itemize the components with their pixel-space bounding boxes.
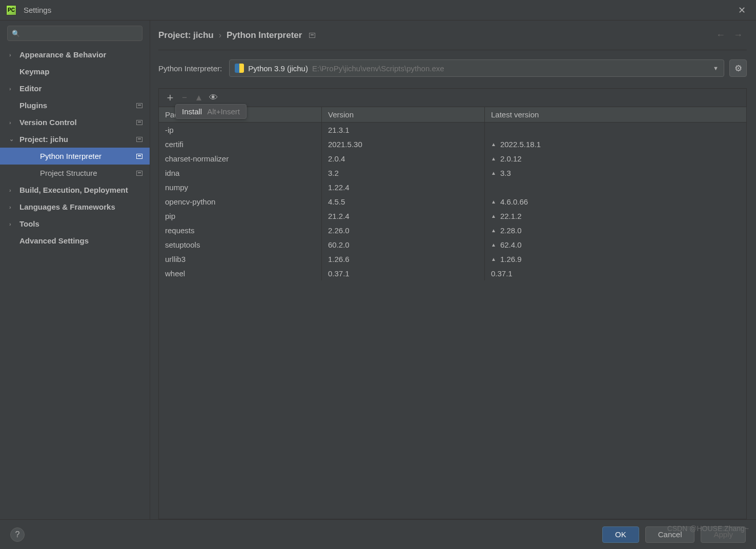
python-icon bbox=[235, 64, 244, 73]
table-row[interactable]: pip21.2.4▲22.1.2 bbox=[159, 209, 746, 223]
sidebar-item-label: Advanced Settings bbox=[19, 236, 142, 245]
latest-version-text: 2022.5.18.1 bbox=[500, 140, 541, 149]
chevron-icon: › bbox=[9, 204, 16, 210]
project-settings-icon bbox=[136, 137, 142, 142]
table-row[interactable]: requests2.26.0▲2.28.0 bbox=[159, 223, 746, 237]
upgrade-available-icon: ▲ bbox=[491, 256, 496, 262]
search-icon: 🔍 bbox=[12, 30, 20, 37]
breadcrumb-page: Python Interpreter bbox=[227, 30, 302, 40]
gear-icon[interactable]: ⚙ bbox=[729, 59, 747, 77]
cell-version: 2.0.4 bbox=[322, 151, 485, 166]
interpreter-select[interactable]: Python 3.9 (jichu) E:\ProPy\jichu\venv\S… bbox=[229, 59, 724, 77]
cell-package: urllib3 bbox=[159, 252, 322, 266]
apply-button[interactable]: Apply bbox=[701, 526, 746, 543]
table-row[interactable]: idna3.2▲3.3 bbox=[159, 166, 746, 180]
table-row[interactable]: numpy1.22.4 bbox=[159, 180, 746, 194]
table-row[interactable]: setuptools60.2.0▲62.4.0 bbox=[159, 237, 746, 252]
sidebar-item-label: Project: jichu bbox=[19, 135, 136, 144]
sidebar-item-languages-frameworks[interactable]: ›Languages & Frameworks bbox=[0, 198, 150, 215]
close-icon[interactable]: ✕ bbox=[734, 3, 750, 18]
cell-package: pip bbox=[159, 209, 322, 223]
sidebar-item-plugins[interactable]: ›Plugins bbox=[0, 97, 150, 114]
cell-package: -ip bbox=[159, 123, 322, 137]
interpreter-path: E:\ProPy\jichu\venv\Scripts\python.exe bbox=[312, 64, 713, 73]
packages-panel: + − ▲ 👁 Install Alt+Insert Package Versi… bbox=[158, 88, 747, 519]
cell-version: 2021.5.30 bbox=[322, 137, 485, 151]
cell-package: numpy bbox=[159, 180, 322, 194]
upgrade-available-icon: ▲ bbox=[491, 242, 496, 248]
project-settings-icon bbox=[136, 120, 142, 125]
table-row[interactable]: certifi2021.5.30▲2022.5.18.1 bbox=[159, 137, 746, 151]
latest-version-text: 4.6.0.66 bbox=[500, 197, 528, 206]
sidebar-item-editor[interactable]: ›Editor bbox=[0, 80, 150, 97]
show-early-releases-button[interactable]: 👁 bbox=[206, 91, 220, 105]
packages-toolbar: + − ▲ 👁 Install Alt+Insert bbox=[159, 89, 746, 107]
nav-forward-icon[interactable]: → bbox=[729, 30, 747, 40]
table-row[interactable]: -ip21.3.1 bbox=[159, 123, 746, 137]
cancel-button[interactable]: Cancel bbox=[645, 526, 695, 543]
sidebar-item-project-structure[interactable]: ›Project Structure bbox=[0, 165, 150, 181]
remove-package-button[interactable]: − bbox=[177, 91, 192, 105]
sidebar-item-label: Languages & Frameworks bbox=[19, 202, 142, 211]
tooltip-action: Install bbox=[182, 107, 202, 116]
table-row[interactable]: urllib31.26.6▲1.26.9 bbox=[159, 252, 746, 266]
header-latest[interactable]: Latest version bbox=[485, 107, 746, 122]
nav-back-icon[interactable]: ← bbox=[712, 30, 729, 40]
latest-version-text: 3.3 bbox=[500, 169, 511, 177]
latest-version-text: 1.26.9 bbox=[500, 255, 522, 263]
sidebar-item-build-execution-deployment[interactable]: ›Build, Execution, Deployment bbox=[0, 181, 150, 198]
chevron-icon: › bbox=[9, 52, 16, 58]
table-row[interactable]: charset-normalizer2.0.4▲2.0.12 bbox=[159, 151, 746, 166]
cell-latest: ▲4.6.0.66 bbox=[485, 194, 746, 209]
cell-latest: ▲2022.5.18.1 bbox=[485, 137, 746, 151]
sidebar-item-version-control[interactable]: ›Version Control bbox=[0, 114, 150, 131]
chevron-icon: › bbox=[9, 86, 16, 92]
sidebar-item-tools[interactable]: ›Tools bbox=[0, 215, 150, 232]
sidebar-item-advanced-settings[interactable]: ›Advanced Settings bbox=[0, 232, 150, 249]
chevron-icon: › bbox=[9, 221, 16, 227]
chevron-down-icon: ▼ bbox=[713, 65, 719, 71]
project-settings-icon bbox=[309, 33, 315, 38]
interpreter-label: Python Interpreter: bbox=[158, 64, 222, 73]
cell-latest: ▲3.3 bbox=[485, 166, 746, 180]
table-row[interactable]: opencv-python4.5.5▲4.6.0.66 bbox=[159, 194, 746, 209]
chevron-right-icon: › bbox=[219, 31, 221, 40]
table-row[interactable]: wheel0.37.10.37.1 bbox=[159, 266, 746, 280]
cell-version: 1.26.6 bbox=[322, 252, 485, 266]
upgrade-package-button[interactable]: ▲ bbox=[192, 91, 206, 105]
project-settings-icon bbox=[136, 154, 142, 159]
cell-version: 60.2.0 bbox=[322, 237, 485, 252]
cell-latest: 0.37.1 bbox=[485, 266, 746, 280]
cell-version: 3.2 bbox=[322, 166, 485, 180]
ok-button[interactable]: OK bbox=[602, 526, 639, 543]
breadcrumb-project[interactable]: Project: jichu bbox=[158, 30, 214, 40]
cell-package: charset-normalizer bbox=[159, 151, 322, 166]
cell-version: 21.3.1 bbox=[322, 123, 485, 137]
upgrade-available-icon: ▲ bbox=[491, 141, 496, 147]
upgrade-available-icon: ▲ bbox=[491, 199, 496, 205]
project-settings-icon bbox=[136, 103, 142, 108]
cell-version: 21.2.4 bbox=[322, 209, 485, 223]
project-settings-icon bbox=[136, 171, 142, 176]
help-button[interactable]: ? bbox=[10, 527, 25, 542]
cell-version: 1.22.4 bbox=[322, 180, 485, 194]
cell-package: requests bbox=[159, 223, 322, 237]
header-version[interactable]: Version bbox=[322, 107, 485, 122]
settings-tree: ›Appearance & Behavior›Keymap›Editor›Plu… bbox=[0, 46, 150, 519]
sidebar-item-label: Keymap bbox=[19, 67, 142, 76]
breadcrumb: Project: jichu › Python Interpreter ← → bbox=[158, 21, 747, 50]
search-input[interactable]: 🔍 bbox=[7, 26, 142, 41]
sidebar-item-appearance-behavior[interactable]: ›Appearance & Behavior bbox=[0, 46, 150, 63]
latest-version-text: 0.37.1 bbox=[491, 269, 513, 278]
sidebar-item-python-interpreter[interactable]: ›Python Interpreter bbox=[0, 148, 150, 165]
sidebar-item-keymap[interactable]: ›Keymap bbox=[0, 63, 150, 80]
sidebar-item-label: Editor bbox=[19, 84, 142, 93]
install-tooltip: Install Alt+Insert bbox=[175, 104, 247, 119]
app-icon bbox=[6, 5, 16, 15]
title-bar: Settings ✕ bbox=[0, 0, 756, 21]
cell-package: certifi bbox=[159, 137, 322, 151]
chevron-icon: › bbox=[9, 187, 16, 193]
latest-version-text: 62.4.0 bbox=[500, 240, 522, 249]
sidebar-item-project-jichu[interactable]: ⌄Project: jichu bbox=[0, 131, 150, 148]
add-package-button[interactable]: + bbox=[163, 91, 177, 105]
